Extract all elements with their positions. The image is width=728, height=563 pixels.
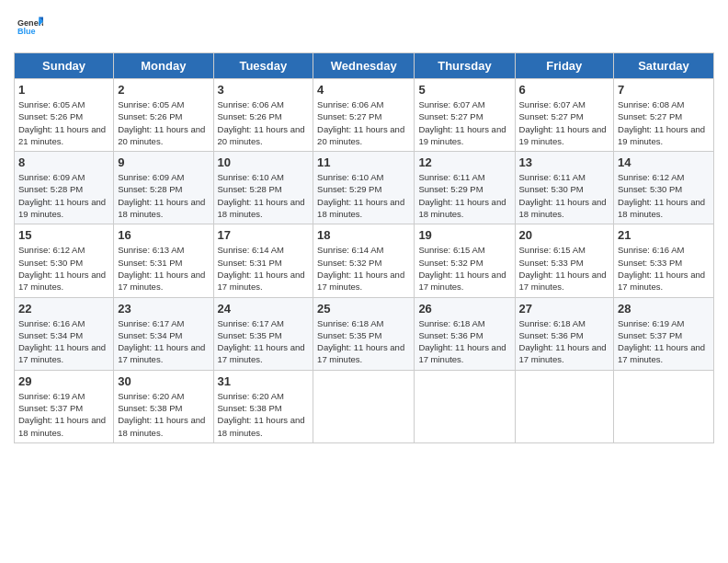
calendar-cell: 26Sunrise: 6:18 AM Sunset: 5:36 PM Dayli… bbox=[415, 297, 515, 370]
day-info: Sunrise: 6:14 AM Sunset: 5:32 PM Dayligh… bbox=[317, 244, 410, 293]
header-thursday: Thursday bbox=[415, 53, 515, 79]
day-number: 21 bbox=[618, 228, 710, 242]
week-row-1: 1Sunrise: 6:05 AM Sunset: 5:26 PM Daylig… bbox=[15, 79, 714, 152]
day-number: 25 bbox=[317, 302, 410, 316]
calendar-cell: 20Sunrise: 6:15 AM Sunset: 5:33 PM Dayli… bbox=[515, 224, 614, 297]
day-info: Sunrise: 6:07 AM Sunset: 5:27 PM Dayligh… bbox=[519, 98, 610, 147]
day-number: 17 bbox=[218, 228, 310, 242]
header-saturday: Saturday bbox=[614, 53, 714, 79]
calendar-cell: 28Sunrise: 6:19 AM Sunset: 5:37 PM Dayli… bbox=[614, 297, 714, 370]
calendar-cell: 6Sunrise: 6:07 AM Sunset: 5:27 PM Daylig… bbox=[515, 79, 614, 152]
calendar-table: SundayMondayTuesdayWednesdayThursdayFrid… bbox=[14, 52, 714, 443]
day-info: Sunrise: 6:15 AM Sunset: 5:32 PM Dayligh… bbox=[418, 244, 510, 293]
day-info: Sunrise: 6:12 AM Sunset: 5:30 PM Dayligh… bbox=[18, 244, 109, 293]
week-row-4: 22Sunrise: 6:16 AM Sunset: 5:34 PM Dayli… bbox=[15, 297, 714, 370]
week-row-3: 15Sunrise: 6:12 AM Sunset: 5:30 PM Dayli… bbox=[15, 224, 714, 297]
day-info: Sunrise: 6:18 AM Sunset: 5:36 PM Dayligh… bbox=[519, 317, 610, 366]
svg-text:Blue: Blue bbox=[17, 27, 36, 36]
calendar-cell: 18Sunrise: 6:14 AM Sunset: 5:32 PM Dayli… bbox=[313, 224, 415, 297]
day-number: 30 bbox=[118, 374, 209, 388]
day-number: 22 bbox=[18, 302, 109, 316]
day-number: 12 bbox=[418, 155, 510, 169]
day-info: Sunrise: 6:19 AM Sunset: 5:37 PM Dayligh… bbox=[18, 390, 109, 439]
calendar-cell bbox=[415, 370, 515, 442]
day-info: Sunrise: 6:14 AM Sunset: 5:31 PM Dayligh… bbox=[218, 244, 310, 293]
day-info: Sunrise: 6:20 AM Sunset: 5:38 PM Dayligh… bbox=[218, 390, 310, 439]
day-info: Sunrise: 6:06 AM Sunset: 5:27 PM Dayligh… bbox=[317, 98, 410, 147]
day-info: Sunrise: 6:09 AM Sunset: 5:28 PM Dayligh… bbox=[118, 171, 209, 220]
day-number: 16 bbox=[118, 228, 209, 242]
day-number: 3 bbox=[218, 83, 310, 97]
day-info: Sunrise: 6:20 AM Sunset: 5:38 PM Dayligh… bbox=[118, 390, 209, 439]
day-number: 9 bbox=[118, 155, 209, 169]
day-number: 15 bbox=[18, 228, 109, 242]
day-info: Sunrise: 6:17 AM Sunset: 5:34 PM Dayligh… bbox=[118, 317, 209, 366]
calendar-cell: 25Sunrise: 6:18 AM Sunset: 5:35 PM Dayli… bbox=[313, 297, 415, 370]
day-number: 31 bbox=[218, 374, 310, 388]
day-info: Sunrise: 6:05 AM Sunset: 5:26 PM Dayligh… bbox=[18, 98, 109, 147]
header-friday: Friday bbox=[515, 53, 614, 79]
day-info: Sunrise: 6:17 AM Sunset: 5:35 PM Dayligh… bbox=[218, 317, 310, 366]
calendar-cell: 29Sunrise: 6:19 AM Sunset: 5:37 PM Dayli… bbox=[15, 370, 114, 442]
day-number: 26 bbox=[418, 302, 510, 316]
day-number: 20 bbox=[519, 228, 610, 242]
header-monday: Monday bbox=[114, 53, 213, 79]
day-info: Sunrise: 6:19 AM Sunset: 5:37 PM Dayligh… bbox=[618, 317, 710, 366]
header-tuesday: Tuesday bbox=[213, 53, 313, 79]
calendar-cell: 4Sunrise: 6:06 AM Sunset: 5:27 PM Daylig… bbox=[313, 79, 415, 152]
calendar-cell: 13Sunrise: 6:11 AM Sunset: 5:30 PM Dayli… bbox=[515, 152, 614, 224]
day-number: 4 bbox=[317, 83, 410, 97]
day-number: 23 bbox=[118, 302, 209, 316]
calendar-cell: 19Sunrise: 6:15 AM Sunset: 5:32 PM Dayli… bbox=[415, 224, 515, 297]
calendar-cell: 11Sunrise: 6:10 AM Sunset: 5:29 PM Dayli… bbox=[313, 152, 415, 224]
calendar-cell: 16Sunrise: 6:13 AM Sunset: 5:31 PM Dayli… bbox=[114, 224, 213, 297]
week-row-5: 29Sunrise: 6:19 AM Sunset: 5:37 PM Dayli… bbox=[15, 370, 714, 442]
day-number: 1 bbox=[18, 83, 109, 97]
day-info: Sunrise: 6:15 AM Sunset: 5:33 PM Dayligh… bbox=[519, 244, 610, 293]
calendar-cell: 15Sunrise: 6:12 AM Sunset: 5:30 PM Dayli… bbox=[15, 224, 114, 297]
calendar-cell: 2Sunrise: 6:05 AM Sunset: 5:26 PM Daylig… bbox=[114, 79, 213, 152]
day-number: 14 bbox=[618, 155, 710, 169]
day-info: Sunrise: 6:09 AM Sunset: 5:28 PM Dayligh… bbox=[18, 171, 109, 220]
calendar-cell: 31Sunrise: 6:20 AM Sunset: 5:38 PM Dayli… bbox=[213, 370, 313, 442]
day-number: 6 bbox=[519, 83, 610, 97]
day-number: 28 bbox=[618, 302, 710, 316]
day-info: Sunrise: 6:11 AM Sunset: 5:30 PM Dayligh… bbox=[519, 171, 610, 220]
calendar-cell: 10Sunrise: 6:10 AM Sunset: 5:28 PM Dayli… bbox=[213, 152, 313, 224]
calendar-cell: 3Sunrise: 6:06 AM Sunset: 5:26 PM Daylig… bbox=[213, 79, 313, 152]
calendar-cell bbox=[614, 370, 714, 442]
day-number: 8 bbox=[18, 155, 109, 169]
calendar-header: SundayMondayTuesdayWednesdayThursdayFrid… bbox=[15, 53, 714, 79]
day-number: 29 bbox=[18, 374, 109, 388]
day-info: Sunrise: 6:07 AM Sunset: 5:27 PM Dayligh… bbox=[418, 98, 510, 147]
calendar-cell: 12Sunrise: 6:11 AM Sunset: 5:29 PM Dayli… bbox=[415, 152, 515, 224]
calendar-cell: 24Sunrise: 6:17 AM Sunset: 5:35 PM Dayli… bbox=[213, 297, 313, 370]
day-info: Sunrise: 6:10 AM Sunset: 5:28 PM Dayligh… bbox=[218, 171, 310, 220]
day-info: Sunrise: 6:06 AM Sunset: 5:26 PM Dayligh… bbox=[218, 98, 310, 147]
day-info: Sunrise: 6:18 AM Sunset: 5:35 PM Dayligh… bbox=[317, 317, 410, 366]
calendar-cell: 8Sunrise: 6:09 AM Sunset: 5:28 PM Daylig… bbox=[15, 152, 114, 224]
header-row: SundayMondayTuesdayWednesdayThursdayFrid… bbox=[15, 53, 714, 79]
day-info: Sunrise: 6:16 AM Sunset: 5:34 PM Dayligh… bbox=[18, 317, 109, 366]
day-number: 7 bbox=[618, 83, 710, 97]
calendar-cell: 7Sunrise: 6:08 AM Sunset: 5:27 PM Daylig… bbox=[614, 79, 714, 152]
calendar-cell: 9Sunrise: 6:09 AM Sunset: 5:28 PM Daylig… bbox=[114, 152, 213, 224]
calendar-cell: 27Sunrise: 6:18 AM Sunset: 5:36 PM Dayli… bbox=[515, 297, 614, 370]
day-number: 24 bbox=[218, 302, 310, 316]
day-info: Sunrise: 6:16 AM Sunset: 5:33 PM Dayligh… bbox=[618, 244, 710, 293]
day-info: Sunrise: 6:12 AM Sunset: 5:30 PM Dayligh… bbox=[618, 171, 710, 220]
calendar-cell bbox=[515, 370, 614, 442]
day-number: 11 bbox=[317, 155, 410, 169]
day-number: 5 bbox=[418, 83, 510, 97]
calendar-body: 1Sunrise: 6:05 AM Sunset: 5:26 PM Daylig… bbox=[15, 79, 714, 443]
logo: General Blue bbox=[14, 14, 45, 43]
calendar-cell: 14Sunrise: 6:12 AM Sunset: 5:30 PM Dayli… bbox=[614, 152, 714, 224]
calendar-cell: 17Sunrise: 6:14 AM Sunset: 5:31 PM Dayli… bbox=[213, 224, 313, 297]
calendar-cell: 23Sunrise: 6:17 AM Sunset: 5:34 PM Dayli… bbox=[114, 297, 213, 370]
day-number: 19 bbox=[418, 228, 510, 242]
day-number: 10 bbox=[218, 155, 310, 169]
calendar-cell: 1Sunrise: 6:05 AM Sunset: 5:26 PM Daylig… bbox=[15, 79, 114, 152]
day-number: 13 bbox=[519, 155, 610, 169]
day-number: 18 bbox=[317, 228, 410, 242]
day-info: Sunrise: 6:11 AM Sunset: 5:29 PM Dayligh… bbox=[418, 171, 510, 220]
